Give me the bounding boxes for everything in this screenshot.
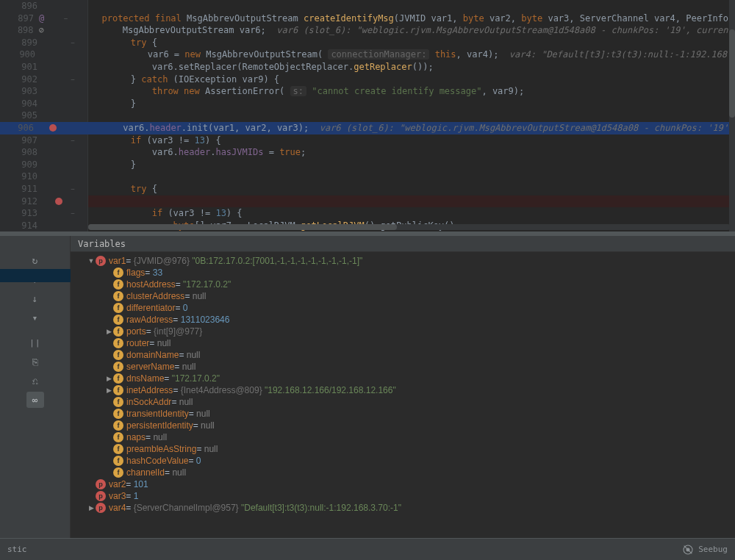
code-text[interactable]: if (var3 != 13) {: [79, 207, 735, 220]
code-text[interactable]: try {: [79, 37, 735, 49]
variable-row[interactable]: ▶finetAddress = {Inet4Address@809} "192.…: [74, 384, 735, 396]
variable-row[interactable]: fhostAddress = "172.17.0.2": [74, 279, 735, 290]
code-line[interactable]: 912 var6.writeInt(HeartbeatMonitor.perio…: [0, 195, 735, 208]
breakpoint-gutter[interactable]: [51, 220, 66, 231]
code-line[interactable]: 904 }: [0, 98, 735, 110]
code-text[interactable]: [79, 170, 735, 183]
breakpoint-gutter[interactable]: [51, 134, 66, 147]
variable-row[interactable]: ▶pvar4 = {ServerChannelImpl@957} "Defaul…: [74, 502, 735, 514]
code-line[interactable]: 901 var6.setReplacer(RemoteObjectReplace…: [0, 61, 735, 73]
variables-tree[interactable]: ▼pvar1 = {JVMID@976} "0B:172.17.0.2:[700…: [71, 252, 735, 538]
breakpoint-gutter[interactable]: [46, 122, 60, 134]
code-text[interactable]: if (var3 != 13) {: [79, 134, 735, 147]
variable-row[interactable]: fdifferentiator = 0: [74, 302, 735, 314]
breakpoint-gutter[interactable]: [51, 207, 66, 220]
variable-row[interactable]: fpreambleAsString = null: [74, 443, 735, 455]
code-text[interactable]: }: [79, 98, 735, 110]
code-line[interactable]: 903 throw new AssertionError( s: "cannot…: [0, 85, 735, 98]
variable-row[interactable]: fclusterAddress = null: [74, 290, 735, 302]
breakpoint-gutter[interactable]: [51, 159, 66, 171]
code-line[interactable]: 909 }: [0, 159, 735, 171]
editor-vertical-scrollbar[interactable]: [729, 0, 735, 231]
variable-row[interactable]: fdomainName = null: [74, 349, 735, 361]
breakpoint-gutter[interactable]: [51, 98, 66, 110]
breakpoint-gutter[interactable]: [46, 12, 60, 25]
code-text[interactable]: } catch (IOException var9) {: [79, 73, 735, 86]
code-line[interactable]: 898⊘ MsgAbbrevOutputStream var6; var6 (s…: [0, 24, 735, 37]
code-text[interactable]: protected final MsgAbbrevOutputStream cr…: [72, 12, 735, 25]
fold-icon[interactable]: −: [66, 134, 79, 147]
code-line[interactable]: 911− try {: [0, 183, 735, 195]
variable-row[interactable]: fnaps = null: [74, 431, 735, 443]
infinite-icon[interactable]: ∞: [26, 392, 44, 408]
code-line[interactable]: 913− if (var3 != 13) {: [0, 207, 735, 220]
code-text[interactable]: var6.header.init(var1, var2, var3); var6…: [72, 122, 735, 134]
breakpoint-gutter[interactable]: [51, 0, 66, 12]
tree-twisty-icon[interactable]: ▶: [104, 326, 113, 337]
breakpoint-gutter[interactable]: [51, 73, 66, 86]
code-line[interactable]: 907− if (var3 != 13) {: [0, 134, 735, 147]
variable-row[interactable]: pvar3 = 1: [74, 490, 735, 502]
code-editor[interactable]: 896897@− protected final MsgAbbrevOutput…: [0, 0, 735, 231]
rerun-icon[interactable]: ↻: [26, 252, 44, 268]
code-text[interactable]: }: [79, 159, 735, 171]
code-line[interactable]: 905: [0, 110, 735, 122]
breakpoint-gutter[interactable]: [46, 24, 60, 37]
code-text[interactable]: var6 = new MsgAbbrevOutputStream( connec…: [75, 49, 735, 61]
code-line[interactable]: 897@− protected final MsgAbbrevOutputStr…: [0, 12, 735, 25]
breakpoint-gutter[interactable]: [51, 183, 66, 195]
variable-row[interactable]: ▶fports = {int[9]@977}: [74, 326, 735, 337]
breakpoint-gutter[interactable]: [51, 85, 66, 98]
fold-icon[interactable]: −: [66, 183, 79, 195]
fold-icon[interactable]: −: [60, 12, 71, 25]
variable-row[interactable]: fflags = 33: [74, 267, 735, 279]
frame-down-icon[interactable]: ↓: [26, 290, 44, 306]
code-text[interactable]: try {: [79, 183, 735, 195]
code-line[interactable]: 899− try {: [0, 37, 735, 49]
code-line[interactable]: 910: [0, 170, 735, 183]
tree-twisty-icon[interactable]: ▶: [104, 373, 113, 384]
editor-vertical-scroll-thumb[interactable]: [729, 29, 735, 118]
breakpoint-icon[interactable]: [49, 124, 57, 132]
tree-twisty-icon[interactable]: ▶: [104, 384, 113, 396]
fold-icon[interactable]: −: [66, 37, 79, 49]
variable-row[interactable]: frouter = null: [74, 337, 735, 349]
breakpoint-gutter[interactable]: [51, 37, 66, 49]
code-text[interactable]: MsgAbbrevOutputStream var6; var6 (slot_6…: [71, 24, 735, 37]
variable-row[interactable]: fserverName = null: [74, 361, 735, 373]
code-line[interactable]: 906 var6.header.init(var1, var2, var3); …: [0, 122, 735, 134]
breakpoint-gutter[interactable]: [51, 146, 66, 159]
variable-row[interactable]: ▶fdnsName = "172.17.0.2": [74, 373, 735, 384]
variable-row[interactable]: ▼pvar1 = {JVMID@976} "0B:172.17.0.2:[700…: [74, 255, 735, 267]
editor-horizontal-scroll-thumb[interactable]: [88, 224, 397, 230]
variable-row[interactable]: pvar2 = 101: [74, 478, 735, 490]
code-text[interactable]: [79, 110, 735, 122]
code-line[interactable]: 896: [0, 0, 735, 12]
variable-row[interactable]: frawAddress = 1311023646: [74, 314, 735, 326]
breakpoint-gutter[interactable]: [51, 110, 66, 122]
variable-row[interactable]: fpersistentIdentity = null: [74, 420, 735, 431]
tree-twisty-icon[interactable]: ▶: [87, 502, 96, 514]
editor-horizontal-scrollbar[interactable]: [88, 224, 731, 230]
code-line[interactable]: 908 var6.header.hasJVMIDs = true;: [0, 146, 735, 159]
pause-icon[interactable]: ❘❘: [26, 334, 44, 351]
frames-selected-row[interactable]: [0, 269, 71, 282]
restore-icon[interactable]: ⎌: [26, 373, 44, 389]
fold-icon[interactable]: −: [66, 73, 79, 86]
code-text[interactable]: throw new AssertionError( s: "cannot cre…: [79, 85, 735, 98]
code-text[interactable]: var6.setReplacer(RemoteObjectReplacer.ge…: [79, 61, 735, 73]
code-line[interactable]: 902− } catch (IOException var9) {: [0, 73, 735, 86]
breakpoint-gutter[interactable]: [49, 49, 62, 61]
breakpoint-icon[interactable]: [55, 198, 62, 205]
code-line[interactable]: 900 var6 = new MsgAbbrevOutputStream( co…: [0, 49, 735, 61]
variable-row[interactable]: finSockAddr = null: [74, 396, 735, 408]
code-text[interactable]: var6.header.hasJVMIDs = true;: [79, 146, 735, 159]
variable-row[interactable]: fchannelId = null: [74, 467, 735, 478]
variable-row[interactable]: fhashCodeValue = 0: [74, 455, 735, 467]
breakpoint-gutter[interactable]: [51, 61, 66, 73]
breakpoint-gutter[interactable]: [51, 170, 66, 183]
copy-icon[interactable]: ⎘: [26, 353, 44, 370]
tree-twisty-icon[interactable]: ▼: [87, 255, 96, 267]
fold-icon[interactable]: −: [66, 207, 79, 220]
variable-row[interactable]: ftransientIdentity = null: [74, 408, 735, 420]
